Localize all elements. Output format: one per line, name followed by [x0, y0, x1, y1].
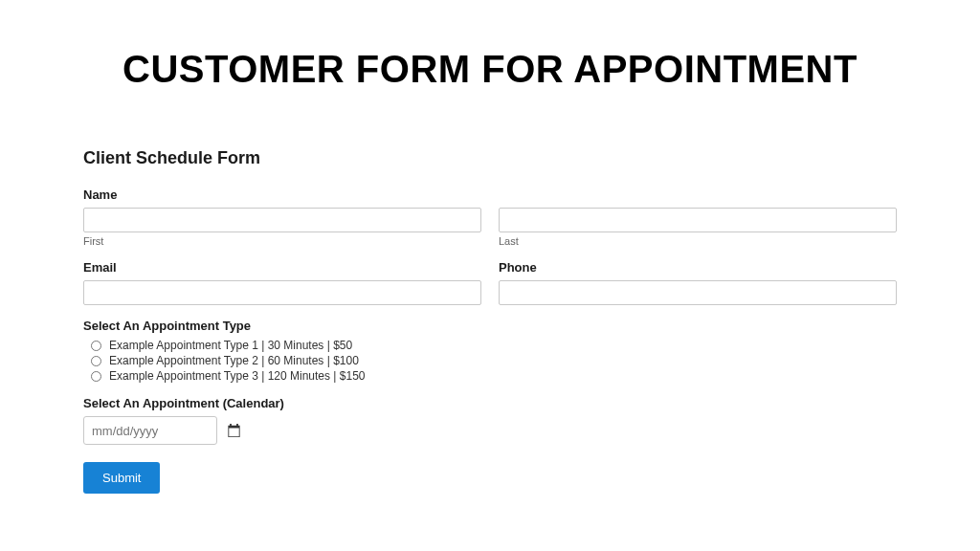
- phone-label: Phone: [499, 260, 897, 275]
- submit-button[interactable]: Submit: [83, 462, 160, 494]
- calendar-label: Select An Appointment (Calendar): [83, 396, 897, 410]
- appointment-option-3[interactable]: Example Appointment Type 3 | 120 Minutes…: [83, 369, 897, 383]
- appointment-option-1-label: Example Appointment Type 1 | 30 Minutes …: [109, 339, 352, 352]
- first-sublabel: First: [83, 235, 481, 247]
- page-title: CUSTOMER FORM FOR APPOINTMENT: [0, 48, 980, 91]
- appointment-type-group: Example Appointment Type 1 | 30 Minutes …: [83, 339, 897, 383]
- phone-input[interactable]: [499, 280, 897, 305]
- appointment-radio-3[interactable]: [91, 371, 101, 382]
- appointment-radio-2[interactable]: [91, 356, 101, 366]
- form-heading: Client Schedule Form: [83, 148, 897, 168]
- email-label: Email: [83, 260, 481, 275]
- email-input[interactable]: [83, 280, 481, 305]
- appointment-radio-1[interactable]: [91, 341, 101, 351]
- appointment-option-2-label: Example Appointment Type 2 | 60 Minutes …: [109, 354, 359, 367]
- last-sublabel: Last: [499, 235, 897, 247]
- appointment-option-3-label: Example Appointment Type 3 | 120 Minutes…: [109, 369, 366, 383]
- first-name-input[interactable]: [83, 208, 481, 232]
- appointment-option-2[interactable]: Example Appointment Type 2 | 60 Minutes …: [83, 354, 897, 367]
- last-name-input[interactable]: [499, 208, 897, 232]
- form-container: Client Schedule Form Name First Last Ema…: [83, 148, 897, 494]
- calendar-icon[interactable]: [227, 424, 241, 437]
- date-input[interactable]: [83, 416, 217, 445]
- appointment-option-1[interactable]: Example Appointment Type 1 | 30 Minutes …: [83, 339, 897, 352]
- name-label: Name: [83, 187, 897, 202]
- appointment-type-label: Select An Appointment Type: [83, 319, 897, 333]
